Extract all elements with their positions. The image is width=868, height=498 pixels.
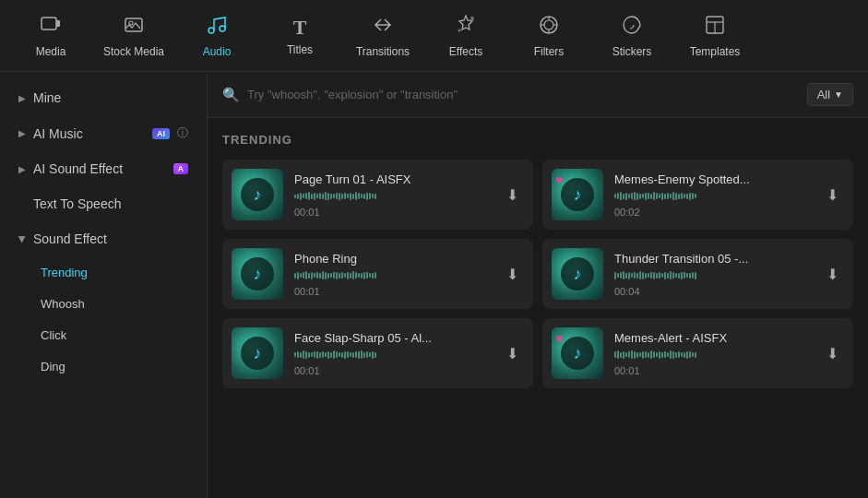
waveform-bar	[634, 192, 636, 200]
sound-name: Thunder Transition 05 -...	[614, 252, 812, 266]
waveform-bar	[350, 193, 351, 200]
waveform-bar	[650, 272, 652, 279]
waveform-bar	[625, 193, 627, 200]
waveform-bar	[664, 194, 666, 199]
waveform-bar	[336, 351, 338, 358]
waveform-bar	[623, 194, 624, 199]
waveform-bar	[672, 351, 674, 359]
waveform-bar	[355, 192, 357, 200]
waveform-bar	[303, 194, 304, 198]
sound-card[interactable]: ♪ Page Turn 01 - AISFX 00:01 ⬇	[222, 160, 533, 230]
sound-card[interactable]: ♪ Phone Ring 00:01 ⬇	[222, 239, 533, 309]
nav-item-templates[interactable]: Templates	[673, 4, 756, 68]
waveform-bar	[339, 273, 340, 279]
waveform-bar	[303, 350, 304, 359]
waveform-bar	[300, 193, 302, 200]
waveform-bar	[361, 350, 363, 359]
info-icon: ⓘ	[177, 125, 188, 141]
sidebar-text-to-speech-label: Text To Speech	[33, 196, 121, 211]
nav-item-filters[interactable]: Filters	[507, 4, 590, 68]
sidebar-sub-item-trending[interactable]: Trending	[4, 257, 203, 288]
waveform-bar	[667, 352, 669, 357]
sound-card[interactable]: ♥ ♪ Memes-Enemy Spotted... 00:02 ⬇	[542, 160, 853, 230]
sidebar-item-ai-sound-effect[interactable]: ▶ AI Sound Effect A	[4, 152, 203, 185]
waveform-bar	[620, 352, 622, 358]
waveform-bar	[325, 192, 327, 200]
sound-card[interactable]: ♪ Thunder Transition 05 -... 00:04 ⬇	[542, 239, 853, 309]
waveform-bar	[639, 194, 641, 199]
waveform-bar	[294, 273, 296, 279]
waveform-bar	[375, 352, 376, 358]
waveform-bar	[678, 273, 680, 279]
download-button[interactable]: ⬇	[503, 264, 522, 285]
waveform-bar	[375, 272, 376, 279]
waveform-bar	[327, 351, 329, 359]
download-button[interactable]: ⬇	[823, 184, 842, 206]
waveform-bar	[645, 351, 647, 358]
waveform-bar	[670, 350, 672, 359]
svg-point-7	[458, 29, 461, 31]
waveform-bar	[369, 352, 371, 357]
sidebar-sub-item-whoosh[interactable]: Whoosh	[4, 289, 203, 319]
waveform-bar	[333, 272, 335, 279]
audio-icon	[206, 14, 228, 42]
sidebar-item-sound-effect[interactable]: ▶ Sound Effect	[4, 222, 203, 255]
sound-card[interactable]: ♪ Face Slap-Sharp 05 - Al... 00:01 ⬇	[222, 318, 533, 388]
waveform-bar	[692, 193, 694, 199]
waveform-bar	[653, 192, 655, 200]
svg-rect-0	[42, 18, 56, 30]
sidebar-item-mine[interactable]: ▶ Mine	[4, 81, 203, 114]
sound-duration: 00:02	[614, 207, 812, 218]
filter-button[interactable]: All ▼	[807, 83, 853, 106]
waveform-bar	[314, 351, 315, 358]
waveform-bar	[341, 352, 343, 358]
waveform-bar	[672, 272, 674, 279]
nav-item-audio[interactable]: Audio	[175, 4, 258, 68]
sound-info: Phone Ring 00:01	[294, 252, 492, 297]
sound-card[interactable]: ♥ ♪ Memes-Alert - AISFX 00:01 ⬇	[542, 318, 853, 388]
waveform-bar	[344, 193, 346, 199]
search-input[interactable]	[247, 88, 800, 101]
content-area: 🔍 All ▼ TRENDING ♪ Page Turn 01 - AISFX …	[208, 72, 868, 498]
waveform-bar	[661, 273, 663, 278]
waveform-bar	[372, 194, 374, 198]
nav-item-effects[interactable]: Effects	[424, 4, 507, 68]
download-button[interactable]: ⬇	[823, 264, 842, 285]
sidebar-item-ai-music[interactable]: ▶ AI Music AI ⓘ	[4, 116, 203, 150]
waveform-bar	[681, 193, 683, 199]
waveform-bar	[648, 273, 649, 278]
waveform-bar	[316, 351, 318, 359]
sound-thumbnail: ♥ ♪	[552, 327, 603, 379]
waveform-bar	[333, 194, 335, 198]
nav-item-stock-media[interactable]: Stock Media	[92, 4, 175, 68]
waveform-bar	[341, 272, 343, 279]
waveform-bar	[634, 272, 636, 279]
main-layout: ▶ Mine ▶ AI Music AI ⓘ ▶ AI Sound Effect…	[0, 72, 868, 498]
waveform-bar	[695, 194, 696, 198]
download-button[interactable]: ⬇	[503, 343, 522, 364]
waveform-bar	[322, 194, 324, 199]
sidebar-item-text-to-speech[interactable]: Text To Speech	[4, 187, 203, 220]
music-note-icon: ♪	[254, 185, 262, 205]
waveform-bar	[358, 273, 360, 278]
waveform-bar	[692, 272, 694, 279]
nav-label-titles: Titles	[287, 43, 313, 56]
nav-item-titles[interactable]: T Titles	[258, 4, 341, 68]
waveform-bar	[319, 273, 321, 279]
waveform-bar	[636, 193, 638, 200]
download-button[interactable]: ⬇	[503, 184, 522, 206]
waveform-bar	[311, 272, 313, 279]
nav-item-stickers[interactable]: Stickers	[590, 4, 673, 68]
waveform-bar	[614, 272, 616, 279]
nav-item-media[interactable]: Media	[9, 4, 92, 68]
sidebar-sub-item-click[interactable]: Click	[4, 320, 203, 350]
waveform-bar	[308, 352, 310, 358]
download-button[interactable]: ⬇	[823, 343, 842, 364]
nav-item-transitions[interactable]: Transitions	[341, 4, 424, 68]
waveform-bar	[297, 351, 299, 358]
sidebar-sub-item-ding[interactable]: Ding	[4, 351, 203, 382]
waveform-bar	[339, 352, 340, 357]
waveform-bar	[361, 194, 363, 198]
waveform-bar	[614, 194, 616, 198]
music-note-icon: ♪	[574, 344, 582, 363]
